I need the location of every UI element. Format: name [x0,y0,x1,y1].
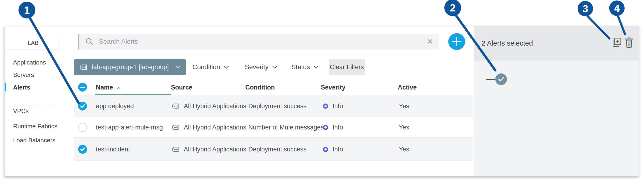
callout-circle-2 [444,0,461,16]
row-checkbox-checked[interactable] [78,102,87,110]
sidebar-item-vpcs[interactable]: VPCs [13,108,28,114]
chevron-down-icon [176,66,180,69]
server-group-icon [80,64,88,70]
column-header-active[interactable]: Active [398,84,417,91]
alert-condition: Deployment success [248,146,306,153]
alert-name: test-incident [96,146,130,153]
selection-count-label: 2 Alerts selected [482,39,533,47]
check-icon [80,147,85,152]
alert-name: test-app-alert-mule-msg [96,124,163,131]
search-icon [85,38,93,46]
search-bar: ✕ [78,34,440,50]
selection-panel-header: 2 Alerts selected [474,26,638,60]
table-row[interactable]: test-app-alert-mule-msg All Hybrid Appli… [74,117,473,138]
status-filter-dropdown[interactable]: Status [291,59,319,75]
environment-selector[interactable]: LAB [7,36,60,50]
add-alert-button[interactable] [448,33,465,50]
selected-check-badge [495,74,507,85]
chevron-down-icon [272,66,277,69]
server-group-icon [172,103,179,109]
sidebar-item-servers[interactable]: Servers [13,71,34,78]
search-input[interactable] [98,38,427,46]
minus-icon [80,87,85,88]
severity-info-icon [323,104,328,109]
copy-add-icon[interactable] [612,37,622,48]
alert-active: Yes [399,102,409,110]
toolbar-divider [440,34,440,50]
alert-active: Yes [399,146,409,153]
alert-severity: Info [332,124,343,131]
sort-ascending-icon [117,87,121,90]
app-window: LAB Applications Servers Alerts VPCs Run… [4,26,638,176]
alert-severity: Info [332,102,343,110]
alert-name: app deployed [96,102,134,110]
sidebar-item-load-balancers[interactable]: Load Balancers [13,137,56,144]
row-checkbox-checked[interactable] [78,145,87,154]
chevron-down-icon [224,66,229,69]
server-group-filter-label: lab-app-group-1 [lab-group] [92,64,169,71]
server-group-icon [172,146,179,152]
server-group-icon [172,124,179,130]
trash-icon[interactable] [624,37,634,48]
table-row[interactable]: app deployed All Hybrid Applications Dep… [74,95,473,117]
severity-info-icon [323,125,328,130]
column-header-source[interactable]: Source [171,84,192,91]
callout-number-4: 4 [614,2,620,14]
alert-source: All Hybrid Applications [184,102,246,110]
column-header-name[interactable]: Name [96,84,121,91]
sidebar-divider [13,105,58,106]
sidebar-item-alerts[interactable]: Alerts [13,84,30,91]
environment-label: LAB [28,40,38,46]
alert-source: All Hybrid Applications [184,124,246,131]
severity-filter-dropdown[interactable]: Severity [245,59,277,75]
check-icon [498,77,504,82]
selection-panel: 2 Alerts selected [474,26,638,176]
alert-condition: Number of Mule messages [248,124,324,131]
column-header-severity[interactable]: Severity [321,84,346,91]
annotation-leader-dash [486,79,496,80]
check-icon [80,104,85,108]
sidebar-item-applications[interactable]: Applications [13,59,46,66]
table-row[interactable]: test-incident All Hybrid Applications De… [74,138,473,161]
clear-search-icon[interactable]: ✕ [427,38,434,46]
column-header-condition[interactable]: Condition [245,84,275,91]
server-group-filter-chip[interactable]: lab-app-group-1 [lab-group] [74,59,186,75]
alert-source: All Hybrid Applications [184,146,246,153]
sidebar-item-runtime-fabrics[interactable]: Runtime Fabrics [13,123,57,130]
alert-active: Yes [399,124,409,131]
chevron-down-icon [314,66,319,69]
callout-number-2: 2 [450,2,456,14]
clear-filters-button[interactable]: Clear Filters [329,59,365,75]
plus-icon [448,33,465,50]
callout-number-1: 1 [24,4,30,16]
condition-filter-dropdown[interactable]: Condition [192,59,229,75]
callout-circle-4 [609,0,624,16]
active-item-indicator [5,84,6,91]
alert-condition: Deployment success [248,102,306,110]
severity-info-icon [323,147,328,152]
callout-circle-1 [18,2,35,18]
select-all-checkbox[interactable] [78,83,87,92]
sidebar: LAB Applications Servers Alerts VPCs Run… [5,26,66,176]
callout-circle-3 [578,1,593,16]
row-checkbox-unchecked[interactable] [78,123,87,132]
callout-number-3: 3 [582,3,588,14]
alert-severity: Info [332,146,343,153]
